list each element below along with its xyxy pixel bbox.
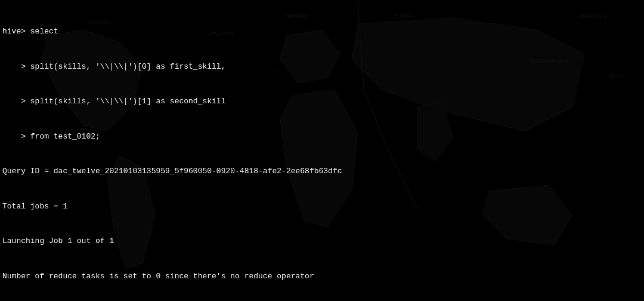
terminal-output: hive> select > split(skills, '\\|\\|')[0… [0, 0, 644, 301]
launching-line: Launching Job 1 out of 1 [2, 235, 642, 247]
reduce-tasks-line: Number of reduce tasks is set to 0 since… [2, 271, 642, 282]
prompt-line: > split(skills, '\\|\\|')[0] as first_sk… [2, 61, 642, 73]
prompt-line: hive> select [2, 26, 642, 38]
query-id-line: Query ID = dac_twelve_20210103135959_5f9… [2, 165, 642, 177]
prompt-line: > from test_0102; [2, 131, 642, 143]
prompt-line: > split(skills, '\\|\\|')[1] as second_s… [2, 96, 642, 108]
total-jobs-line: Total jobs = 1 [2, 201, 642, 213]
